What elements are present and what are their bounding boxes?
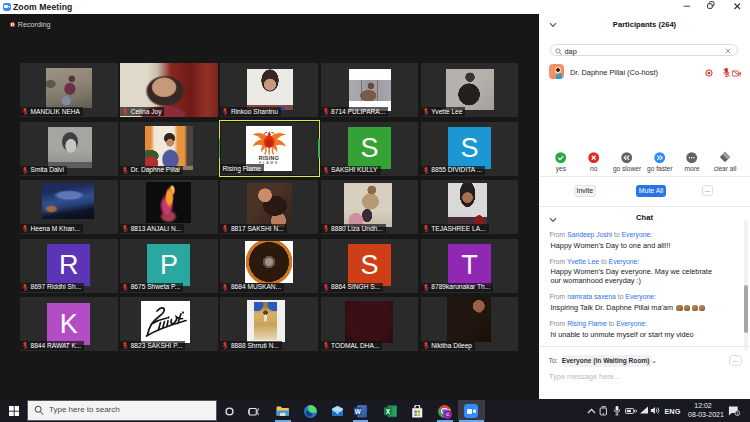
svg-text:W: W bbox=[354, 408, 361, 415]
svg-text:X: X bbox=[386, 408, 391, 415]
